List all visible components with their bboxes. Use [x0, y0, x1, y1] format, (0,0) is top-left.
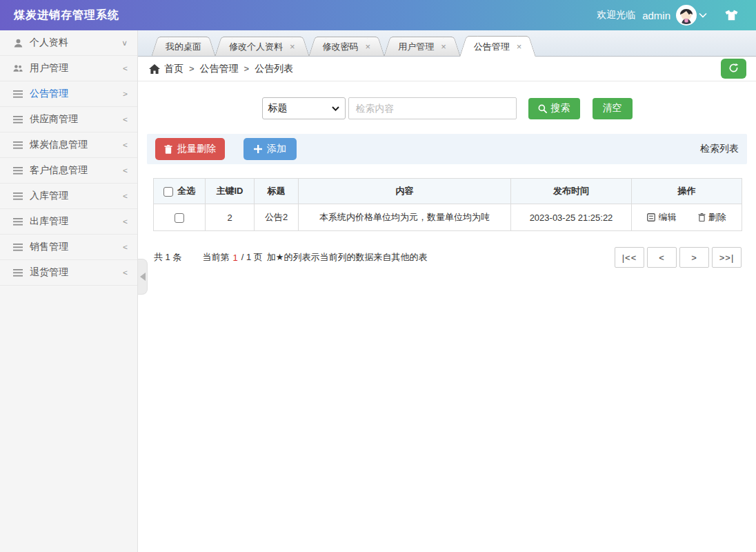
avatar[interactable] — [676, 5, 697, 26]
sidebar-item-outbound-management[interactable]: 出库管理 < — [0, 209, 137, 235]
menu-lines-icon — [12, 141, 23, 149]
tab-change-password[interactable]: 修改密码 × — [317, 37, 377, 56]
chevron-left-icon: < — [123, 243, 128, 252]
last-page-button[interactable]: >>| — [712, 247, 742, 268]
total-count: 共 1 条 — [154, 251, 181, 264]
sidebar-item-coal-info-management[interactable]: 煤炭信息管理 < — [0, 132, 137, 158]
search-button[interactable]: 搜索 — [528, 98, 580, 119]
tab-edit-profile[interactable]: 修改个人资料 × — [223, 37, 301, 56]
close-icon[interactable]: × — [290, 42, 295, 51]
tab-label: 用户管理 — [398, 37, 434, 57]
username[interactable]: admin — [642, 10, 670, 21]
chevron-left-icon: < — [123, 166, 128, 175]
chevron-left-icon: < — [123, 217, 128, 226]
breadcrumb-section[interactable]: 公告管理 — [200, 63, 239, 75]
trash-icon — [698, 213, 706, 221]
sidebar-item-label: 出库管理 — [30, 215, 68, 228]
plus-icon — [254, 145, 262, 153]
sidebar-item-label: 用户管理 — [30, 62, 68, 75]
announcement-table: 全选 主键ID 标题 内容 发布时间 操作 2 公告2 本系统内价格单位均为元，… — [153, 178, 742, 231]
menu-lines-icon — [12, 90, 23, 98]
app-title: 煤炭进销存管理系统 — [0, 8, 119, 23]
users-icon — [12, 64, 23, 72]
list-title: 检索列表 — [700, 143, 739, 155]
select-all-checkbox[interactable] — [163, 187, 173, 197]
first-page-button[interactable]: |<< — [615, 247, 644, 268]
close-icon[interactable]: × — [517, 42, 522, 51]
tab-label: 修改个人资料 — [229, 37, 283, 57]
sidebar-item-label: 个人资料 — [30, 37, 68, 49]
prev-page-button[interactable]: < — [647, 247, 677, 268]
trash-icon — [164, 145, 172, 154]
chevron-left-icon: < — [123, 141, 128, 150]
sidebar-item-label: 客户信息管理 — [30, 164, 88, 177]
close-icon[interactable]: × — [366, 42, 371, 51]
selected-option: 标题 — [268, 102, 288, 115]
table-header-row: 全选 主键ID 标题 内容 发布时间 操作 — [154, 179, 742, 204]
tab-label: 修改密码 — [323, 37, 359, 57]
chevron-down-icon — [332, 106, 339, 111]
column-header-id: 主键ID — [206, 179, 255, 204]
home-icon — [149, 64, 160, 74]
menu-lines-icon — [12, 218, 23, 226]
add-button[interactable]: 添加 — [243, 138, 297, 160]
sidebar-item-user-management[interactable]: 用户管理 < — [0, 56, 137, 81]
column-header-actions: 操作 — [632, 179, 742, 204]
tab-my-desktop[interactable]: 我的桌面 — [160, 37, 207, 56]
tab-announcement-management[interactable]: 公告管理 × — [468, 36, 528, 57]
sidebar-item-label: 销售管理 — [30, 241, 68, 253]
sidebar-item-inbound-management[interactable]: 入库管理 < — [0, 184, 137, 209]
search-field-select[interactable]: 标题 — [262, 97, 346, 119]
clear-button[interactable]: 清空 — [593, 98, 633, 119]
sidebar-item-personal-profile[interactable]: 个人资料 ∨ — [0, 30, 137, 56]
search-input[interactable] — [348, 97, 517, 119]
current-page-suffix: / 1 页 — [241, 251, 263, 264]
star-column-note: 加★的列表示当前列的数据来自其他的表 — [267, 251, 428, 264]
cell-title: 公告2 — [255, 204, 299, 231]
top-header: 煤炭进销存管理系统 欢迎光临 admin — [0, 0, 756, 30]
cell-publish-time: 2023-03-25 21:25:22 — [511, 204, 632, 231]
tshirt-icon[interactable] — [725, 10, 738, 21]
batch-delete-button[interactable]: 批量删除 — [155, 138, 225, 160]
sidebar-item-label: 煤炭信息管理 — [30, 139, 88, 151]
sidebar-item-returns-management[interactable]: 退货管理 < — [0, 260, 137, 286]
menu-lines-icon — [12, 116, 23, 124]
search-icon — [538, 104, 547, 113]
refresh-icon — [728, 63, 739, 75]
delete-label: 删除 — [708, 211, 726, 224]
menu-lines-icon — [12, 167, 23, 175]
sidebar-item-label: 供应商管理 — [30, 113, 78, 126]
breadcrumb: 首页 > 公告管理 > 公告列表 — [138, 57, 756, 81]
row-checkbox[interactable] — [175, 213, 184, 223]
search-button-label: 搜索 — [551, 102, 570, 115]
app-window: 煤炭进销存管理系统 欢迎光临 admin — [0, 0, 756, 552]
refresh-button[interactable] — [721, 59, 746, 79]
search-area: 标题 搜索 清空 — [138, 97, 756, 119]
chevron-down-icon[interactable] — [699, 12, 707, 18]
batch-delete-label: 批量删除 — [177, 143, 216, 155]
delete-link[interactable]: 删除 — [698, 211, 726, 224]
sidebar: 个人资料 ∨ 用户管理 < 公告管理 > 供应商管理 < — [0, 30, 138, 552]
next-page-button[interactable]: > — [679, 247, 709, 268]
sidebar-item-sales-management[interactable]: 销售管理 < — [0, 235, 137, 260]
chevron-left-icon: < — [123, 192, 128, 201]
edit-link[interactable]: 编辑 — [647, 211, 676, 224]
breadcrumb-page[interactable]: 公告列表 — [255, 63, 293, 75]
close-icon[interactable]: × — [441, 42, 446, 51]
tab-user-management[interactable]: 用户管理 × — [392, 37, 452, 56]
add-button-label: 添加 — [267, 143, 286, 155]
column-header-title: 标题 — [255, 179, 299, 204]
main-panel: 我的桌面 修改个人资料 × 修改密码 × 用户管理 × 公告管理 × — [138, 30, 756, 552]
pager: |<< < > >>| — [612, 247, 742, 268]
sidebar-item-customer-info-management[interactable]: 客户信息管理 < — [0, 158, 137, 184]
sidebar-item-supplier-management[interactable]: 供应商管理 < — [0, 107, 137, 132]
column-header-content: 内容 — [299, 179, 511, 204]
table-row: 2 公告2 本系统内价格单位均为元，数量单位均为吨 2023-03-25 21:… — [154, 204, 742, 231]
sidebar-item-announcement-management[interactable]: 公告管理 > — [0, 81, 137, 107]
breadcrumb-separator: > — [244, 63, 250, 74]
pagination-bar: 共 1 条 当前第 1 / 1 页 加★的列表示当前列的数据来自其他的表 |<<… — [154, 247, 742, 268]
tab-label: 我的桌面 — [166, 37, 201, 57]
sidebar-collapse-handle[interactable] — [138, 259, 148, 295]
breadcrumb-home[interactable]: 首页 — [164, 63, 183, 75]
cell-id: 2 — [206, 204, 255, 231]
